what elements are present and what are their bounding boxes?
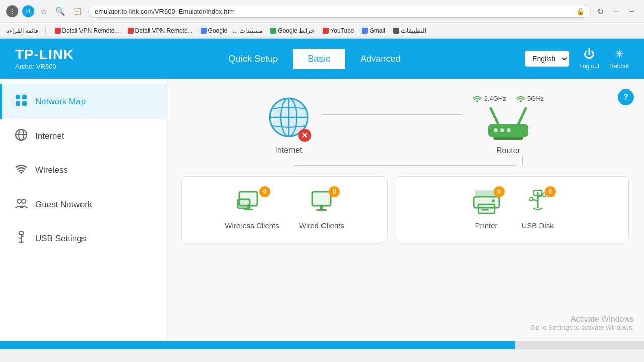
horizontal-line xyxy=(294,165,516,166)
wireless-clients-item[interactable]: 0 Wireless Clients xyxy=(225,189,279,230)
activate-subtitle: Go to Settings to activate Windows. xyxy=(531,324,634,331)
address-bar[interactable]: emulator.tp-link.com/VR600_Emulator/inde… xyxy=(88,5,591,18)
sidebar-item-guest-network[interactable]: Guest Network xyxy=(0,188,166,222)
sidebar-item-network-map[interactable]: Network Map xyxy=(0,84,166,119)
horizontal-connector xyxy=(181,165,629,166)
reload-btn[interactable]: ↻ xyxy=(595,6,606,17)
sidebar-item-internet[interactable]: Internet xyxy=(0,119,166,153)
wifi-5ghz-badge: 5GHz xyxy=(516,94,544,102)
svg-rect-27 xyxy=(493,137,523,140)
svg-rect-43 xyxy=(481,207,492,208)
usb-disk-label: USB Disk xyxy=(522,221,554,230)
svg-rect-2 xyxy=(16,101,20,106)
arabic-reading-list[interactable]: قائمة القراءة xyxy=(6,27,38,34)
svg-rect-3 xyxy=(22,101,27,106)
bookmark-gmail[interactable]: Gmail xyxy=(360,26,387,35)
wifi-5-icon xyxy=(516,94,526,102)
browser-screenshot-btn[interactable]: 📋 xyxy=(71,6,84,16)
svg-rect-44 xyxy=(481,209,489,211)
vertical-connector xyxy=(181,155,629,165)
devices-card: 0 Printer xyxy=(396,176,629,242)
browser-search-btn[interactable]: 🔍 xyxy=(53,6,67,17)
tab-basic[interactable]: Basic xyxy=(293,49,345,69)
internet-label: Internet xyxy=(275,146,302,155)
browser-toolbar: ⋮ H ☆ 🔍 📋 emulator.tp-link.com/VR600_Emu… xyxy=(0,0,644,22)
printer-badge: 0 xyxy=(494,186,505,197)
language-select[interactable]: English xyxy=(525,51,569,67)
internet-device: ✕ Internet xyxy=(266,95,311,155)
bookmarks-bar: قائمة القراءة | Detail VPN Remote... Det… xyxy=(0,22,644,38)
bottom-scrollbar[interactable] xyxy=(0,341,644,349)
usb-disk-badge: 0 xyxy=(545,186,556,197)
back-btn[interactable]: ← xyxy=(610,6,622,17)
wifi-24-icon xyxy=(472,94,482,102)
sidebar-item-wireless[interactable]: Wireless xyxy=(0,153,166,188)
svg-point-9 xyxy=(22,199,26,203)
printer-item[interactable]: 0 Printer xyxy=(471,189,502,230)
logout-icon: ⏻ xyxy=(584,48,595,61)
app-container: TP-LINK Archer VR600 Quick Setup Basic A… xyxy=(0,39,644,341)
svg-rect-42 xyxy=(478,204,495,213)
wired-clients-label: Wired Clients xyxy=(299,221,344,230)
bookmark-vpn-2[interactable]: Detail VPN Remote... xyxy=(126,26,195,35)
svg-rect-36 xyxy=(320,206,323,210)
svg-rect-1 xyxy=(22,95,27,99)
logo-subtitle: Archer VR600 xyxy=(15,63,74,70)
sidebar: Network Map Internet xyxy=(0,79,166,341)
sidebar-item-usb-settings[interactable]: USB Settings xyxy=(0,222,166,256)
usb-disk-icon-wrap: 0 xyxy=(523,189,553,216)
network-map-icon xyxy=(14,93,28,110)
usb-disk-item[interactable]: 0 USB Disk xyxy=(522,189,554,230)
forward-btn[interactable]: → xyxy=(626,6,638,17)
nav-tabs: Quick Setup Basic Advanced xyxy=(104,49,525,69)
activate-windows-watermark: Activate Windows Go to Settings to activ… xyxy=(531,315,634,331)
browser-menu-btn[interactable]: ⋮ xyxy=(6,5,18,17)
main-layout: Network Map Internet xyxy=(0,79,644,341)
content-area: ? ✕ xyxy=(166,79,644,341)
router-icon-container xyxy=(478,104,538,146)
svg-point-45 xyxy=(492,199,495,202)
bookmark-google-maps[interactable]: Google خرائط xyxy=(268,26,316,35)
logo-area: TP-LINK Archer VR600 xyxy=(15,48,74,70)
router-icon xyxy=(478,104,538,144)
svg-rect-37 xyxy=(316,209,327,211)
svg-line-23 xyxy=(518,108,526,124)
clients-card: 0 Wireless Clients xyxy=(181,176,388,242)
lock-icon: 🔒 xyxy=(576,7,585,15)
wired-clients-badge: 0 xyxy=(329,186,340,197)
internet-icon-wrap: ✕ xyxy=(266,95,311,142)
wired-clients-icon-wrap: 0 xyxy=(306,189,337,216)
browser-star-btn[interactable]: ☆ xyxy=(38,6,49,17)
tab-quick-setup[interactable]: Quick Setup xyxy=(213,49,293,69)
reboot-button[interactable]: ✳ Reboot xyxy=(609,48,629,70)
bookmark-youtube[interactable]: YouTube xyxy=(320,26,356,35)
usb-settings-icon xyxy=(14,231,28,247)
app-header: TP-LINK Archer VR600 Quick Setup Basic A… xyxy=(0,39,644,79)
svg-rect-35 xyxy=(312,192,331,206)
browser-home-btn[interactable]: H xyxy=(22,5,34,17)
svg-rect-0 xyxy=(16,95,20,99)
browser-menu-area: ⋮ xyxy=(6,5,18,17)
bookmark-apps[interactable]: التطبيقات xyxy=(391,26,428,35)
svg-point-7 xyxy=(20,172,22,174)
header-right: English ⏻ Log out ✳ Reboot xyxy=(525,48,629,70)
bottom-section: 0 Wireless Clients xyxy=(181,176,629,242)
tab-advanced[interactable]: Advanced xyxy=(345,49,416,69)
svg-point-19 xyxy=(476,100,478,102)
reboot-icon: ✳ xyxy=(615,48,624,61)
connection-line-internet-router xyxy=(321,114,462,115)
wireless-clients-badge: 0 xyxy=(259,186,270,197)
vertical-line xyxy=(522,155,523,165)
bookmark-vpn-1[interactable]: Detail VPN Remote... xyxy=(53,26,122,35)
browser-chrome: ⋮ H ☆ 🔍 📋 emulator.tp-link.com/VR600_Emu… xyxy=(0,0,644,39)
wifi-frequency-badges: 2.4GHz | 5GHz xyxy=(472,94,544,102)
svg-point-20 xyxy=(520,100,522,102)
wired-clients-item[interactable]: 0 Wired Clients xyxy=(299,189,344,230)
address-text: emulator.tp-link.com/VR600_Emulator/inde… xyxy=(95,8,573,15)
bookmark-google-docs[interactable]: Google - ... مستندات xyxy=(199,26,265,35)
bookmarks-divider: | xyxy=(44,26,46,35)
router-device: 2.4GHz | 5GHz xyxy=(472,94,544,155)
printer-icon-wrap: 0 xyxy=(471,189,502,216)
logout-button[interactable]: ⏻ Log out xyxy=(579,48,599,70)
logo-text: TP-LINK xyxy=(15,48,74,62)
